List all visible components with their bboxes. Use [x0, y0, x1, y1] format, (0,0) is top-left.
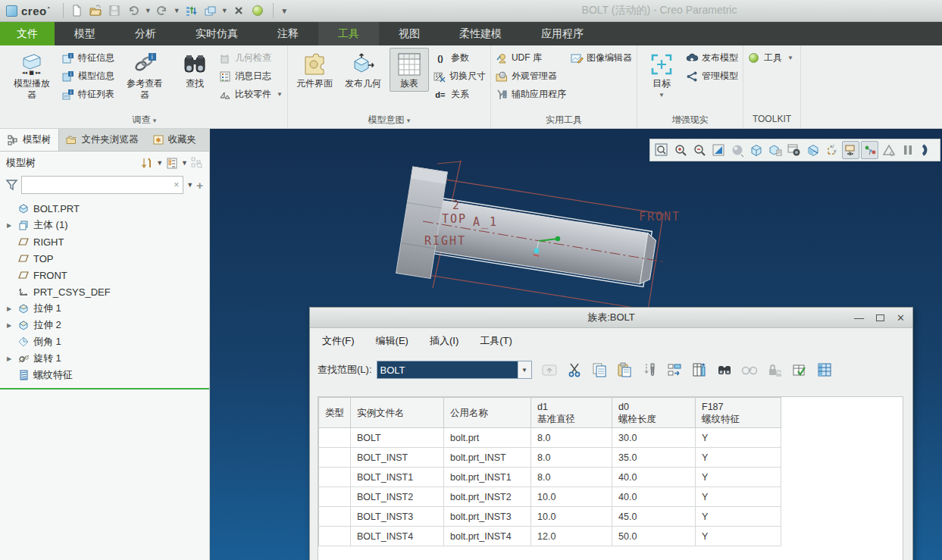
menu-tools[interactable]: 工具(T) [480, 334, 512, 348]
group-label-toolkit[interactable]: TOOLKIT [748, 114, 796, 128]
udf-library-button[interactable]: UDF 库 [496, 52, 566, 64]
table-row[interactable]: BOLT_INSTbolt.prt_INST8.035.0Y [319, 448, 781, 468]
tab-file[interactable]: 文件 [0, 22, 55, 45]
look-in-combobox[interactable]: BOLT ▼ [377, 361, 532, 379]
tab-analysis[interactable]: 分析 [115, 22, 176, 45]
datum-display-icon[interactable]: x/y [823, 141, 840, 159]
dialog-minimize-icon[interactable]: — [854, 313, 864, 323]
tree-tools-icon[interactable] [141, 157, 153, 169]
message-log-button[interactable]: 消息日志 [219, 70, 283, 83]
dialog-close-icon[interactable]: ✕ [897, 313, 905, 323]
col-type[interactable]: 类型 [319, 398, 351, 428]
folder-up-icon[interactable] [541, 361, 558, 378]
save-icon[interactable] [106, 2, 123, 19]
redo-icon[interactable] [154, 2, 171, 19]
table-row[interactable]: BOLT_INST4bolt.prt_INST412.050.0Y [319, 527, 781, 546]
menu-insert[interactable]: 插入(I) [430, 334, 458, 348]
model-player-button[interactable]: ◂◂ ■ ▸▸ 模型播放器 [6, 48, 58, 103]
close-icon[interactable] [230, 2, 247, 19]
aux-applications-button[interactable]: 辅助应用程序 [496, 88, 566, 101]
insert-column-icon[interactable] [691, 361, 708, 378]
look-in-dropdown-icon[interactable]: ▼ [518, 361, 531, 378]
tree-item-body[interactable]: ▶主体 (1) [5, 217, 209, 233]
insert-instance-icon[interactable] [641, 361, 658, 378]
shading-style-icon[interactable] [728, 141, 746, 159]
relations-button[interactable]: d=关系 [433, 88, 486, 101]
zoom-out-icon[interactable] [690, 141, 708, 159]
tab-model[interactable]: 模型 [55, 22, 115, 45]
lock-icon[interactable] [766, 361, 783, 378]
group-label-augmented-reality[interactable]: 增强现实 [642, 114, 738, 128]
refit-icon[interactable] [709, 141, 727, 159]
undo-dropdown-icon[interactable]: ▼ [144, 7, 152, 14]
view-capture-icon[interactable] [785, 141, 803, 159]
tab-view[interactable]: 视图 [379, 22, 440, 45]
tree-filter-input[interactable]: × [21, 176, 183, 194]
undo-icon[interactable] [125, 2, 142, 19]
group-label-utilities[interactable]: 实用工具 [496, 114, 632, 128]
tree-tools-dropdown-icon[interactable]: ▼ [156, 159, 163, 167]
menu-edit[interactable]: 编辑(E) [376, 334, 408, 348]
table-row[interactable]: BOLT_INST2bolt.prt_INST210.040.0Y [319, 487, 781, 507]
geometry-check-button[interactable]: 几何检查 [219, 52, 283, 64]
col-f187[interactable]: F187螺纹特征 [696, 398, 781, 428]
expander-icon[interactable]: ▶ [5, 222, 14, 229]
top-datum-label[interactable]: TOP [442, 212, 467, 226]
right-datum-label[interactable]: RIGHT [424, 234, 466, 248]
table-row[interactable]: BOLT_INST1bolt.prt_INST18.040.0Y [319, 468, 781, 487]
tab-tools[interactable]: 工具 [318, 22, 379, 45]
tree-item-revolve-1[interactable]: ▶旋转 1 [5, 350, 209, 367]
publish-model-button[interactable]: 发布模型 [686, 52, 738, 64]
family-table-button[interactable]: 族表 [390, 48, 429, 92]
tab-flexible-modeling[interactable]: 柔性建模 [440, 22, 521, 45]
tree-item-top-plane[interactable]: TOP [5, 250, 209, 267]
manage-model-button[interactable]: 管理模型 [686, 70, 738, 83]
tree-item-front-plane[interactable]: FRONT [5, 267, 209, 283]
group-label-model-intent[interactable]: 模型意图 ▾ [293, 114, 486, 128]
switch-dimensions-button[interactable]: 15切换尺寸 [433, 70, 486, 83]
compare-part-dropdown-icon[interactable]: ▼ [277, 91, 283, 98]
redo-dropdown-icon[interactable]: ▼ [173, 7, 180, 14]
insert-row-icon[interactable] [666, 361, 683, 378]
expander-icon[interactable]: ▶ [5, 322, 14, 329]
appearance-manager-button[interactable]: 外观管理器 [496, 70, 566, 83]
axis-a1-label[interactable]: A_1 [473, 215, 498, 229]
reference-viewer-button[interactable]: i 参考查看器 [119, 48, 171, 103]
zoom-in-icon[interactable] [671, 141, 689, 159]
tree-item-csys[interactable]: PRT_CSYS_DEF [5, 283, 209, 300]
spin-center-icon[interactable] [861, 141, 878, 159]
dialog-titlebar[interactable]: 族表:BOLT — ✕ [310, 308, 912, 328]
tab-folder-browser[interactable]: 文件夹浏览器 [59, 129, 146, 151]
tree-item-chamfer-1[interactable]: 倒角 1 [5, 333, 209, 350]
image-editor-button[interactable]: 图像编辑器 [571, 52, 632, 64]
filter-dropdown-icon[interactable]: ▼ [186, 181, 193, 189]
tree-filters-dropdown-icon[interactable]: ▼ [181, 159, 188, 167]
copy-icon[interactable] [591, 361, 608, 378]
open-icon[interactable] [87, 2, 104, 19]
clear-filter-icon[interactable]: × [174, 180, 179, 190]
tab-annotate[interactable]: 注释 [258, 22, 318, 45]
tree-item-thread-feature[interactable]: 螺纹特征 [5, 367, 209, 383]
cut-icon[interactable] [566, 361, 583, 378]
front-datum-label[interactable]: FRONT [639, 210, 681, 224]
filter-funnel-icon[interactable] [6, 179, 18, 191]
tab-favorites[interactable]: ✱ 收藏夹 [146, 129, 204, 151]
resume-partial-icon[interactable] [918, 141, 935, 159]
tree-item-bolt-prt[interactable]: BOLT.PRT [5, 200, 209, 217]
component-interface-button[interactable]: 元件界面 [293, 48, 336, 92]
play-status-icon[interactable] [249, 2, 266, 19]
table-row[interactable]: BOLT_INST3bolt.prt_INST310.045.0Y [319, 507, 781, 527]
feature-list-button[interactable]: i特征列表 [62, 88, 114, 101]
family-table-area[interactable]: 类型 实例文件名 公用名称 d1基准直径 d0螺栓长度 F187螺纹特征 BOL… [318, 396, 903, 560]
paste-icon[interactable] [616, 361, 633, 378]
group-label-investigate[interactable]: 调查 ▾ [6, 114, 283, 128]
filter-add-icon[interactable]: + [196, 179, 203, 192]
tree-item-extrude-2[interactable]: ▶拉伸 2 [5, 317, 209, 333]
pause-icon[interactable] [899, 141, 916, 159]
tab-applications[interactable]: 应用程序 [521, 22, 603, 45]
simulation-warning-icon[interactable] [880, 141, 897, 159]
annotation-display-icon[interactable] [842, 141, 859, 159]
find-instance-icon[interactable] [716, 361, 733, 378]
expander-icon[interactable]: ▶ [5, 355, 14, 362]
ar-target-dropdown-icon[interactable]: ▼ [659, 89, 665, 101]
